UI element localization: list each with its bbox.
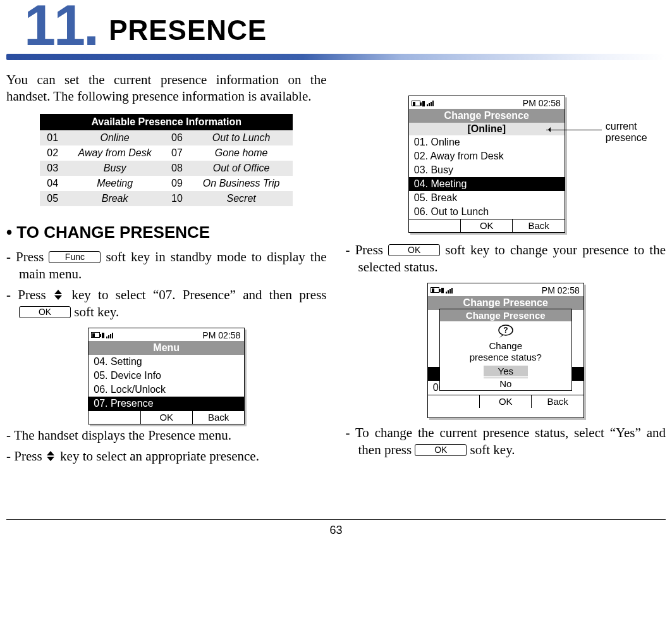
list-item: 01. Online xyxy=(409,135,565,149)
list-item: 06. Lock/Unlock xyxy=(89,383,244,397)
list-item: 05. Break xyxy=(409,191,565,205)
screen-title: Menu xyxy=(89,341,244,355)
softkey-row: OK Back xyxy=(409,219,565,232)
antenna-icon: ▮ xyxy=(101,331,105,339)
page-footer: 63 xyxy=(6,519,666,537)
antenna-icon: ▮ xyxy=(441,286,444,294)
battery-icon xyxy=(412,101,420,106)
table-header: Available Presence Information xyxy=(40,114,293,130)
table-row: 05 Break 10 Secret xyxy=(40,191,293,206)
status-icons: ▮ xyxy=(431,286,453,294)
chapter-heading: 11. PRESENCE xyxy=(6,0,666,51)
updown-icon xyxy=(53,290,64,300)
softkey-row: OK Back xyxy=(428,395,583,408)
dialog-message: Change presence status? xyxy=(440,340,571,366)
list-item: 05. Device Info xyxy=(89,369,244,383)
back-softkey: Back xyxy=(192,411,244,424)
ok-softkey: OK xyxy=(140,411,192,424)
signal-icon xyxy=(106,332,113,338)
question-icon: ? xyxy=(440,324,571,340)
status-icons: ▮ xyxy=(91,331,113,339)
svg-marker-3 xyxy=(47,457,54,461)
intro-paragraph: You can set the current presence informa… xyxy=(6,71,327,105)
chapter-title: PRESENCE xyxy=(109,15,267,46)
ok-softkey: OK xyxy=(388,244,440,256)
step: Press key to select an appropriate prese… xyxy=(6,448,327,465)
softkey-row: OK Back xyxy=(89,411,244,424)
signal-icon xyxy=(446,287,453,294)
status-icons: ▮ xyxy=(412,99,434,108)
divider-gradient xyxy=(6,54,666,60)
confirm-dialog: Change Presence ? Change presence status… xyxy=(439,309,572,391)
dialog-yes: Yes xyxy=(484,366,528,376)
battery-icon xyxy=(91,332,100,338)
section-title: TO CHANGE PRESENCE xyxy=(6,223,327,242)
screen-title: Change Presence xyxy=(428,296,583,310)
antenna-icon: ▮ xyxy=(422,99,425,108)
func-softkey: Func xyxy=(49,251,101,263)
ok-softkey: OK xyxy=(479,395,531,408)
table-row: 01 Online 06 Out to Lunch xyxy=(40,130,293,145)
clock: PM 02:58 xyxy=(523,98,561,108)
page-number: 63 xyxy=(329,524,342,536)
ok-softkey: OK xyxy=(415,444,467,456)
step: Press OK soft key to change your presenc… xyxy=(346,242,666,276)
presence-info-table: Available Presence Information 01 Online… xyxy=(40,114,293,206)
dialog-title: Change Presence xyxy=(440,309,571,321)
ok-softkey: OK xyxy=(19,306,71,318)
back-softkey: Back xyxy=(512,219,564,232)
step: Press Func soft key in standby mode to d… xyxy=(6,249,327,283)
table-row: 03 Busy 08 Out of Office xyxy=(40,161,293,176)
step: The handset displays the Presence menu. xyxy=(6,427,327,444)
signal-icon xyxy=(427,100,434,106)
status-bar: ▮ PM 02:58 xyxy=(409,96,565,109)
svg-marker-1 xyxy=(54,295,62,300)
list-item: 04. Setting xyxy=(89,355,244,369)
phone-screen-menu: ▮ PM 02:58 Menu 04. Setting 05. Device I… xyxy=(88,328,245,424)
list-item-selected: 07. Presence xyxy=(89,397,244,411)
list-item: 02. Away from Desk xyxy=(409,149,565,163)
list-item: 06. Out to Lunch xyxy=(409,205,565,219)
current-presence: [Online] xyxy=(409,123,565,135)
status-bar: ▮ PM 02:58 xyxy=(89,328,244,341)
table-row: 02 Away from Desk 07 Gone home xyxy=(40,145,293,161)
table-row: 04 Meeting 09 On Business Trip xyxy=(40,176,293,191)
status-bar: ▮ PM 02:58 xyxy=(428,283,583,296)
back-softkey: Back xyxy=(531,395,583,408)
clock: PM 02:58 xyxy=(542,285,580,295)
phone-screen-confirm: ▮ PM 02:58 Change Presence 06. Out to Lu… xyxy=(427,283,584,418)
screen-title: Change Presence xyxy=(409,109,565,123)
annotation-arrow xyxy=(546,130,602,130)
svg-text:?: ? xyxy=(503,326,508,335)
battery-icon xyxy=(431,287,439,293)
step: Press key to select “07. Presence” and t… xyxy=(6,287,327,321)
annotation-label: current presence xyxy=(606,121,666,143)
clock: PM 02:58 xyxy=(202,330,240,340)
ok-softkey: OK xyxy=(460,219,512,232)
list-item: 03. Busy xyxy=(409,163,565,177)
dialog-no: No xyxy=(484,378,528,389)
chapter-number: 11. xyxy=(24,0,97,51)
svg-marker-2 xyxy=(47,451,54,455)
list-item-selected: 04. Meeting xyxy=(409,177,565,191)
phone-screen-change-presence: ▮ PM 02:58 Change Presence [Online] 01. … xyxy=(408,96,565,233)
svg-marker-0 xyxy=(54,290,62,294)
updown-icon xyxy=(46,451,57,461)
step: To change the current presence status, s… xyxy=(346,424,666,459)
